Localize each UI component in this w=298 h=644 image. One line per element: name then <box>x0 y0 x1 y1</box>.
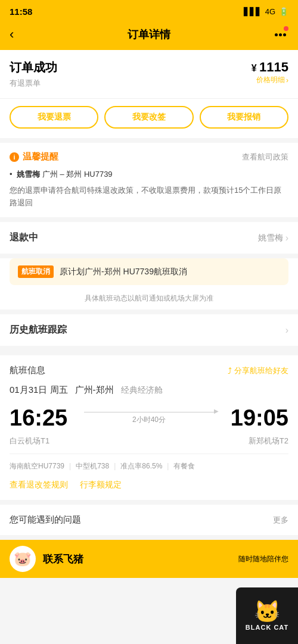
notice-description: 您的退票申请符合航司特殊退改政策，不收取退票费用，款项预计15个工作日原路退回 <box>10 185 288 210</box>
bottom-bar: 🐷 联系飞猪 随时随地陪伴您 <box>0 540 298 578</box>
refund-person-name: 姚雪梅 <box>258 233 283 243</box>
depart-time: 16:25 <box>10 405 67 431</box>
price-detail-label: 价格明细 <box>256 75 285 85</box>
notice-header: i 温馨提醒 查看航司政策 <box>10 151 288 162</box>
signal-icon: ▋▋▋ <box>244 7 262 16</box>
rules-row: 查看退改签规则 行李额规定 <box>10 480 288 490</box>
share-label: 分享航班给好友 <box>234 365 288 376</box>
punctuality: 准点率86.5% <box>120 461 169 471</box>
chevron-right-icon: › <box>286 76 288 85</box>
policy-link[interactable]: 查看航司政策 <box>242 152 288 162</box>
action-buttons-row: 我要退票 我要改签 我要报销 <box>0 99 298 138</box>
share-button[interactable]: ⤴ 分享航班给好友 <box>228 365 288 376</box>
airline-info: 海南航空HU7739 <box>10 461 71 471</box>
refund-status: 退款中 <box>10 232 38 244</box>
faq-section: 您可能遇到的问题 更多 <box>0 505 298 535</box>
blackcat-text: BLACK CAT <box>246 624 288 631</box>
more-button[interactable] <box>272 26 288 43</box>
notice-item: • 姚雪梅 广州 – 郑州 HU7739 <box>10 168 288 181</box>
notice-title: i 温馨提醒 <box>10 151 58 162</box>
dot2 <box>279 33 282 36</box>
flight-times: 16:25 2小时40分 19:05 <box>10 405 288 431</box>
order-subtitle: 有退票单 <box>10 78 57 89</box>
notice-flight: HU7739 <box>84 170 113 179</box>
order-success-title: 订单成功 <box>10 60 57 76</box>
cancel-alert: 航班取消 原计划广州-郑州 HU7739航班取消 <box>10 258 288 285</box>
order-success-section: 订单成功 有退票单 ¥ 1115 价格明细 › <box>0 50 298 99</box>
refund-person: 姚雪梅 › <box>258 233 288 243</box>
route-line <box>84 412 215 412</box>
cancel-alert-wrapper: 航班取消 原计划广州-郑州 HU7739航班取消 具体航班动态以航司通知或机场大… <box>0 258 298 310</box>
dot1 <box>275 33 278 36</box>
passenger-name: 姚雪梅 <box>17 170 40 179</box>
notice-title-text: 温馨提醒 <box>23 151 58 162</box>
invoice-button[interactable]: 我要报销 <box>200 106 288 129</box>
notice-route: 广州 – 郑州 <box>42 170 82 179</box>
blackcat-watermark: 🐱 BLACK CAT <box>236 587 298 644</box>
battery-icon: 🔋 <box>279 7 288 16</box>
invoice-button-label: 我要报销 <box>227 112 260 123</box>
cancel-badge: 航班取消 <box>18 265 54 278</box>
flight-duration: 2小时40分 <box>132 415 166 425</box>
page-title: 订单详情 <box>128 27 170 42</box>
price-detail-link[interactable]: 价格明细 › <box>252 75 288 85</box>
flight-arrow: 2小时40分 <box>67 412 231 425</box>
flight-route: 广州-郑州 <box>75 384 114 396</box>
cancel-note: 具体航班动态以航司通知或机场大屏为准 <box>0 290 298 310</box>
info-icon: i <box>10 152 19 162</box>
flight-info-header: 航班信息 ⤴ 分享航班给好友 <box>10 365 288 376</box>
price-number: 1115 <box>259 60 288 74</box>
price-amount: ¥ 1115 <box>252 60 288 75</box>
chevron-right-icon: › <box>285 233 288 243</box>
flight-track-section[interactable]: 历史航班跟踪 › <box>0 314 298 346</box>
network-type: 4G <box>265 7 275 16</box>
meal-info: 有餐食 <box>173 461 195 471</box>
main-content: 订单成功 有退票单 ¥ 1115 价格明细 › 我要退票 我要改签 我要报销 <box>0 50 298 578</box>
notice-section: i 温馨提醒 查看航司政策 • 姚雪梅 广州 – 郑州 HU7739 您的退票申… <box>0 143 298 217</box>
header: ‹ 订单详情 <box>0 21 298 50</box>
flight-date-row: 01月31日 周五 广州-郑州 经典经济舱 <box>10 384 288 396</box>
fliggy-avatar: 🐷 <box>10 546 36 572</box>
status-time: 11:58 <box>10 7 32 17</box>
share-icon: ⤴ <box>228 366 232 376</box>
divider <box>0 346 298 351</box>
plane-type: 中型机738 <box>76 461 116 471</box>
bullet-icon: • <box>10 170 13 179</box>
dot3 <box>283 33 286 36</box>
contact-label[interactable]: 联系飞猪 <box>43 552 83 566</box>
bottom-slogan: 随时随地陪伴您 <box>238 554 288 564</box>
back-button[interactable]: ‹ <box>10 27 14 42</box>
arrive-airport: 新郑机场T2 <box>249 436 288 446</box>
change-rule-link[interactable]: 查看退改签规则 <box>10 480 68 490</box>
refund-section[interactable]: 退款中 姚雪梅 › <box>0 222 298 254</box>
change-button[interactable]: 我要改签 <box>104 106 193 129</box>
status-bar: 11:58 ▋▋▋ 4G 🔋 <box>0 0 298 21</box>
flight-details: 海南航空HU7739 中型机738 准点率86.5% 有餐食 <box>10 454 288 471</box>
flight-date: 01月31日 周五 <box>10 384 68 396</box>
refund-button-label: 我要退票 <box>38 112 71 123</box>
status-icons: ▋▋▋ 4G 🔋 <box>244 7 288 16</box>
faq-more-link[interactable]: 更多 <box>273 515 288 526</box>
blackcat-icon: 🐱 <box>254 601 281 623</box>
price-section[interactable]: ¥ 1115 价格明细 › <box>252 60 288 85</box>
flight-info-title: 航班信息 <box>10 365 45 376</box>
depart-airport: 白云机场T1 <box>10 436 49 446</box>
fliggy-emoji: 🐷 <box>14 551 32 567</box>
change-button-label: 我要改签 <box>132 112 166 123</box>
flight-info-section: 航班信息 ⤴ 分享航班给好友 01月31日 周五 广州-郑州 经典经济舱 16:… <box>0 355 298 500</box>
arrive-time: 19:05 <box>231 405 288 431</box>
yuan-symbol: ¥ <box>252 63 259 73</box>
faq-title: 您可能遇到的问题 <box>10 514 81 526</box>
flight-class: 经典经济舱 <box>121 385 163 396</box>
flight-track-title: 历史航班跟踪 <box>10 324 67 336</box>
chevron-right-icon: › <box>285 325 288 336</box>
cancel-text: 原计划广州-郑州 HU7739航班取消 <box>60 265 187 278</box>
refund-button[interactable]: 我要退票 <box>10 106 98 129</box>
success-info: 订单成功 有退票单 <box>10 60 57 89</box>
airport-row: 白云机场T1 新郑机场T2 <box>10 436 288 446</box>
baggage-rule-link[interactable]: 行李额规定 <box>80 480 122 490</box>
